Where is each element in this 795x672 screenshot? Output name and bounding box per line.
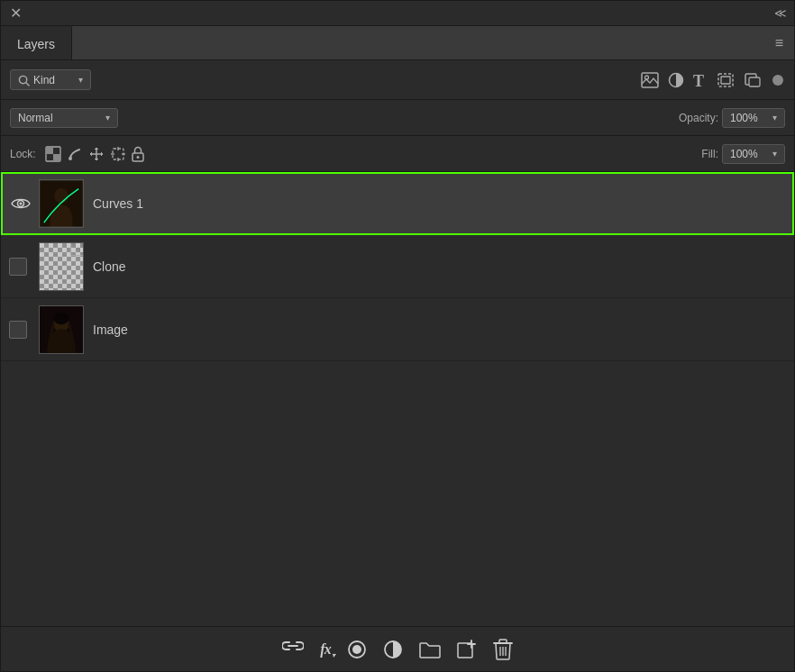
- tab-layers[interactable]: Layers: [1, 26, 72, 59]
- svg-point-25: [20, 203, 23, 205]
- panel-menu-button[interactable]: ≡: [764, 26, 794, 59]
- lock-image-icon[interactable]: [67, 145, 83, 162]
- layers-panel: ✕ ≪ Layers ≡ Kind ▾: [0, 0, 795, 672]
- layer-thumb-image: [39, 305, 84, 354]
- filter-adjustment-icon[interactable]: [668, 71, 684, 88]
- layer-visibility-curves1[interactable]: [8, 194, 33, 213]
- fill-group: Fill: 100% ▾: [701, 144, 785, 164]
- lock-label: Lock:: [10, 148, 36, 160]
- svg-text:T: T: [693, 72, 704, 88]
- filter-shape-icon[interactable]: [717, 71, 735, 88]
- new-layer-button[interactable]: [457, 640, 477, 659]
- blend-chevron-icon: ▾: [105, 113, 110, 123]
- layer-row-curves1[interactable]: Curves 1: [1, 172, 794, 235]
- filter-image-icon[interactable]: [641, 71, 659, 88]
- top-bar: ✕ ≪: [1, 1, 794, 26]
- filter-pixel-icon[interactable]: [771, 71, 785, 88]
- svg-text:▾: ▾: [395, 649, 399, 658]
- blend-mode-value: Normal: [18, 112, 53, 124]
- new-group-button[interactable]: [419, 640, 441, 658]
- svg-point-23: [136, 156, 139, 159]
- svg-line-1: [26, 83, 29, 86]
- menu-icon: ≡: [775, 35, 783, 51]
- svg-rect-9: [749, 77, 760, 86]
- tab-layers-label: Layers: [17, 37, 55, 51]
- add-mask-button[interactable]: [347, 640, 367, 659]
- layer-checkbox-image[interactable]: [9, 321, 27, 339]
- svg-marker-29: [40, 243, 83, 290]
- blend-bar: Normal ▾ Opacity: 100% ▾: [1, 100, 794, 136]
- kind-label: Kind: [33, 74, 55, 86]
- layer-name-image: Image: [93, 322, 128, 337]
- filter-bar: Kind ▾ T: [1, 60, 794, 100]
- tab-bar: Layers ≡: [1, 26, 794, 60]
- collapse-button[interactable]: ≪: [774, 6, 785, 20]
- search-icon: [18, 73, 30, 86]
- layers-list: Curves 1 Clone: [1, 172, 794, 626]
- lock-transparent-icon[interactable]: [45, 145, 61, 162]
- blend-mode-dropdown[interactable]: Normal ▾: [10, 108, 118, 128]
- opacity-label: Opacity:: [679, 112, 718, 124]
- lock-all-icon[interactable]: [132, 145, 144, 162]
- svg-rect-12: [46, 147, 53, 154]
- fill-label: Fill:: [701, 148, 718, 160]
- filter-text-icon[interactable]: T: [693, 71, 708, 88]
- fill-chevron-icon: ▾: [772, 149, 777, 159]
- svg-point-35: [352, 645, 361, 654]
- layer-checkbox-clone[interactable]: [9, 258, 27, 276]
- new-adjustment-button[interactable]: ▾: [383, 640, 403, 659]
- kind-chevron: ▾: [78, 75, 83, 85]
- opacity-dropdown[interactable]: 100% ▾: [722, 108, 785, 128]
- layer-name-clone: Clone: [93, 259, 126, 274]
- filter-icons: T: [98, 71, 785, 88]
- layer-row-clone[interactable]: Clone: [1, 235, 794, 298]
- svg-point-14: [69, 157, 72, 160]
- opacity-group: Opacity: 100% ▾: [679, 108, 785, 128]
- svg-rect-13: [53, 154, 60, 161]
- lock-bar: Lock:: [1, 136, 794, 172]
- layer-thumb-clone: [39, 242, 84, 291]
- lock-position-icon[interactable]: [88, 145, 105, 162]
- layer-thumb-curves1: [39, 179, 84, 228]
- fx-label: fx: [320, 641, 330, 658]
- close-button[interactable]: ✕: [10, 6, 22, 21]
- fill-dropdown[interactable]: 100% ▾: [722, 144, 785, 164]
- layer-name-curves1: Curves 1: [93, 196, 143, 211]
- svg-point-10: [772, 75, 783, 86]
- filter-smart-icon[interactable]: [744, 71, 762, 88]
- svg-point-3: [645, 76, 649, 79]
- fill-value: 100%: [730, 148, 758, 160]
- lock-artboard-icon[interactable]: [110, 145, 126, 162]
- svg-point-27: [54, 187, 68, 203]
- svg-rect-38: [458, 643, 472, 658]
- bottom-toolbar: fx ▾ ▾: [1, 626, 794, 671]
- layer-row-image[interactable]: Image: [1, 298, 794, 361]
- kind-dropdown[interactable]: Kind ▾: [10, 69, 91, 90]
- svg-rect-7: [721, 77, 730, 84]
- link-layers-button[interactable]: [282, 640, 304, 658]
- layer-style-button[interactable]: fx ▾: [320, 641, 330, 658]
- delete-layer-button[interactable]: [493, 639, 513, 660]
- svg-point-32: [53, 312, 69, 323]
- opacity-chevron-icon: ▾: [772, 113, 777, 123]
- opacity-value: 100%: [730, 112, 758, 124]
- eye-icon-curves1[interactable]: [11, 194, 31, 213]
